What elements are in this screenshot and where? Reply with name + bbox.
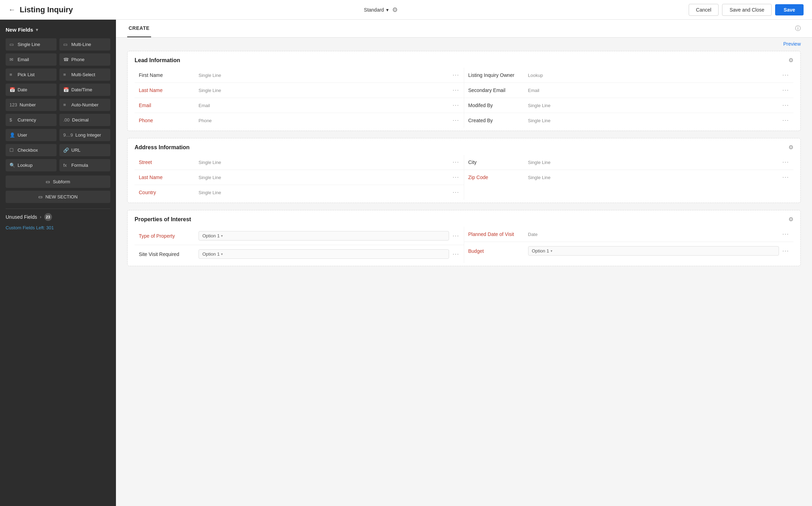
left-col-1: StreetSingle Line···Last NameSingle Line… [135, 155, 464, 200]
field-label: Long Integer [75, 132, 101, 138]
field-type-label: Single Line [199, 175, 449, 180]
field-options-button[interactable]: ··· [782, 102, 789, 109]
chevron-down-icon: ▾ [386, 7, 389, 13]
fields-grid-1: StreetSingle Line···Last NameSingle Line… [135, 155, 793, 200]
section-gear-icon-1[interactable]: ⚙ [788, 144, 793, 151]
section-1: Address Information ⚙ StreetSingle Line·… [127, 138, 801, 203]
header-center: Standard ▾ ⚙ [364, 6, 398, 14]
field-cell-right-0-1: Secondary EmailEmail··· [464, 83, 794, 98]
back-button[interactable]: ← [8, 6, 15, 14]
field-options-button[interactable]: ··· [782, 72, 789, 78]
field-options-button[interactable]: ··· [453, 174, 459, 180]
new-section-label: NEW SECTION [45, 194, 78, 199]
section-gear-icon-0[interactable]: ⚙ [788, 57, 793, 64]
field-options-button[interactable]: ··· [453, 117, 459, 124]
field-type-label: Single Line [528, 175, 779, 180]
sidebar-field-url[interactable]: 🔗URL [59, 144, 110, 156]
field-type-dropdown[interactable]: Option 1▾ [199, 249, 449, 259]
settings-icon[interactable]: ⚙ [392, 6, 398, 14]
field-type-dropdown[interactable]: Option 1▾ [528, 246, 779, 256]
sidebar-field-number[interactable]: 123Number [6, 99, 57, 111]
unused-fields-row[interactable]: Unused Fields › 23 [6, 213, 110, 221]
preview-link[interactable]: Preview [116, 38, 812, 48]
field-cell-right-0-3: Created BySingle Line··· [464, 113, 794, 128]
sidebar-field-date-time[interactable]: 📅Date/Time [59, 84, 110, 96]
standard-label: Standard [364, 7, 384, 13]
sidebar-field-auto-number[interactable]: ≡Auto-Number [59, 99, 110, 111]
sidebar-field-phone[interactable]: ☎Phone [59, 53, 110, 66]
dropdown-arrow-icon: ▾ [221, 234, 223, 238]
field-options-button[interactable]: ··· [782, 159, 789, 165]
field-label: Date/Time [71, 87, 92, 92]
left-col-2: Type of PropertyOption 1▾···Site Visit R… [135, 227, 464, 263]
sidebar-field-date[interactable]: 📅Date [6, 84, 57, 96]
field-options-button[interactable]: ··· [453, 233, 459, 239]
save-close-button[interactable]: Save and Close [722, 4, 772, 16]
field-cell-right-2-0: Planned Date of VisitDate··· [464, 227, 794, 242]
field-type-label: Single Line [199, 73, 449, 78]
field-options-button[interactable]: ··· [782, 117, 789, 124]
save-button[interactable]: Save [775, 4, 804, 15]
sidebar-field-currency[interactable]: $Currency [6, 114, 57, 126]
field-options-button[interactable]: ··· [453, 159, 459, 165]
unused-fields-label: Unused Fields [6, 214, 37, 220]
help-icon[interactable]: ⓘ [795, 25, 801, 32]
field-options-button[interactable]: ··· [453, 102, 459, 109]
subform-button[interactable]: ▭ Subform [6, 176, 110, 188]
cancel-button[interactable]: Cancel [689, 4, 719, 16]
field-type-dropdown[interactable]: Option 1▾ [199, 231, 449, 241]
sidebar-field-formula[interactable]: fxFormula [59, 159, 110, 171]
fields-grid-2: Type of PropertyOption 1▾···Site Visit R… [135, 227, 793, 263]
field-options-button[interactable]: ··· [453, 87, 459, 93]
sidebar-field-multi-line[interactable]: ▭Multi-Line [59, 38, 110, 51]
sidebar-field-email[interactable]: ✉Email [6, 53, 57, 66]
field-cell-left-2-0: Type of PropertyOption 1▾··· [135, 227, 464, 245]
field-cell-right-0-2: Modifed BySingle Line··· [464, 98, 794, 113]
standard-dropdown[interactable]: Standard ▾ [364, 7, 389, 13]
field-label: Email [18, 57, 29, 62]
field-options-button[interactable]: ··· [782, 174, 789, 180]
field-label: URL [71, 147, 80, 153]
sidebar-field-single-line[interactable]: ▭Single Line [6, 38, 57, 51]
field-options-button[interactable]: ··· [782, 248, 789, 254]
sidebar-field-user[interactable]: 👤User [6, 129, 57, 141]
field-options-button[interactable]: ··· [453, 72, 459, 78]
field-options-button[interactable]: ··· [782, 231, 789, 237]
main-content: CREATE ⓘ Preview Lead Information ⚙ Firs… [116, 20, 812, 506]
field-cell-right-0-0: Listing Inquiry OwnerLookup··· [464, 68, 794, 83]
field-label: Decimal [72, 117, 89, 123]
field-label: Phone [71, 57, 85, 62]
field-options-button[interactable]: ··· [453, 189, 459, 196]
sidebar-field-pick-list[interactable]: ≡Pick List [6, 68, 57, 81]
fields-grid-0: First NameSingle Line···Last NameSingle … [135, 68, 793, 128]
field-type-icon: ▭ [9, 42, 15, 47]
sidebar-field-checkbox[interactable]: ☐Checkbox [6, 144, 57, 156]
field-type-icon: 🔗 [63, 147, 69, 153]
field-options-button[interactable]: ··· [453, 251, 459, 257]
right-col-2: Planned Date of VisitDate···BudgetOption… [464, 227, 794, 263]
sidebar-field-multi-select[interactable]: ≡Multi-Select [59, 68, 110, 81]
sidebar-field-long-integer[interactable]: 9…9Long Integer [59, 129, 110, 141]
sidebar-field-decimal[interactable]: .00Decimal [59, 114, 110, 126]
field-cell-right-1-0: CitySingle Line··· [464, 155, 794, 170]
field-name: Country [139, 190, 195, 195]
new-section-icon: ▭ [38, 194, 43, 199]
field-options-button[interactable]: ··· [782, 87, 789, 93]
field-name: Planned Date of Visit [468, 231, 525, 237]
field-label: Currency [18, 117, 36, 123]
field-label: Formula [71, 163, 88, 168]
right-col-1: CitySingle Line···Zip CodeSingle Line··· [464, 155, 794, 200]
sidebar: New Fields ▾ ▭Single Line▭Multi-Line✉Ema… [0, 20, 116, 506]
tab-create[interactable]: CREATE [127, 20, 151, 37]
sidebar-field-lookup[interactable]: 🔍Lookup [6, 159, 57, 171]
section-gear-icon-2[interactable]: ⚙ [788, 216, 793, 223]
field-label: Lookup [18, 163, 33, 168]
new-section-button[interactable]: ▭ NEW SECTION [6, 191, 110, 203]
section-0: Lead Information ⚙ First NameSingle Line… [127, 51, 801, 131]
field-type-label: Single Line [199, 160, 449, 165]
field-type-label: Lookup [528, 73, 779, 78]
new-fields-label: New Fields [6, 27, 33, 33]
new-fields-header[interactable]: New Fields ▾ [6, 27, 110, 33]
field-type-icon: ☐ [9, 147, 15, 153]
sidebar-divider [6, 209, 110, 209]
